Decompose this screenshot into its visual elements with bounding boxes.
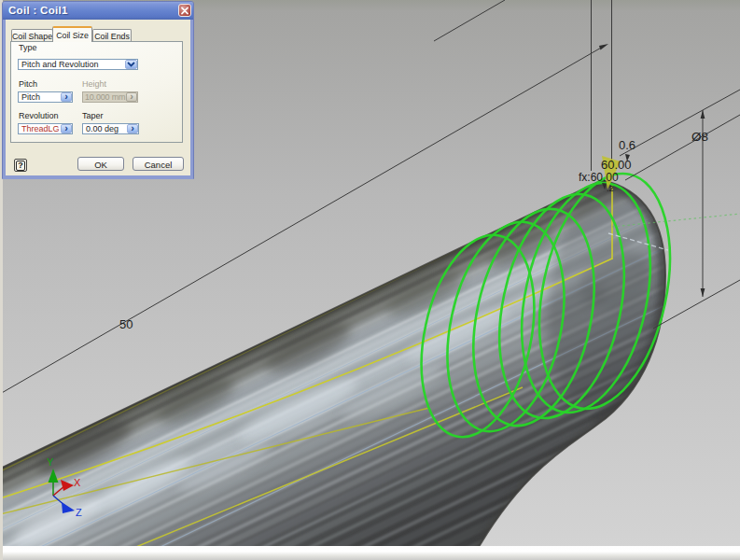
svg-text:60.00: 60.00 xyxy=(601,158,632,172)
svg-text:Ø8: Ø8 xyxy=(691,130,708,144)
svg-text:0.6: 0.6 xyxy=(619,138,635,152)
svg-text:50: 50 xyxy=(119,317,133,331)
svg-text:.2: .2 xyxy=(607,184,614,193)
svg-text:Y: Y xyxy=(47,456,54,468)
svg-text:Z: Z xyxy=(76,507,82,518)
svg-text:fx:60.00: fx:60.00 xyxy=(579,171,619,184)
svg-text:X: X xyxy=(74,477,81,488)
